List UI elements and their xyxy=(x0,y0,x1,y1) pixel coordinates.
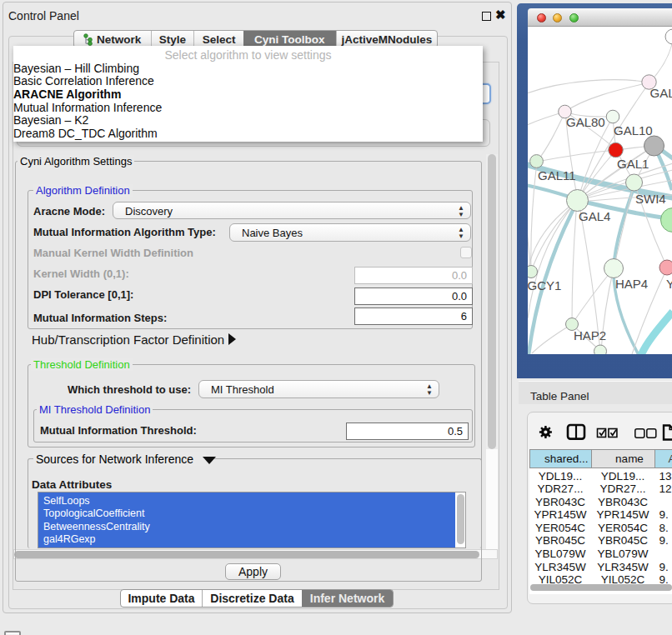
svg-text:GAL10: GAL10 xyxy=(614,123,653,138)
svg-text:SWI4: SWI4 xyxy=(635,192,666,206)
svg-text:GAL4: GAL4 xyxy=(579,209,610,223)
svg-text:Y: Y xyxy=(666,277,672,291)
svg-text:GAL: GAL xyxy=(650,86,672,100)
svg-text:GAL11: GAL11 xyxy=(538,168,576,182)
svg-text:GAL80: GAL80 xyxy=(566,115,605,129)
svg-text:GCY1: GCY1 xyxy=(528,278,561,292)
svg-text:HAP2: HAP2 xyxy=(574,328,606,342)
svg-text:HAP4: HAP4 xyxy=(615,277,648,291)
svg-text:GAL1: GAL1 xyxy=(617,157,649,171)
